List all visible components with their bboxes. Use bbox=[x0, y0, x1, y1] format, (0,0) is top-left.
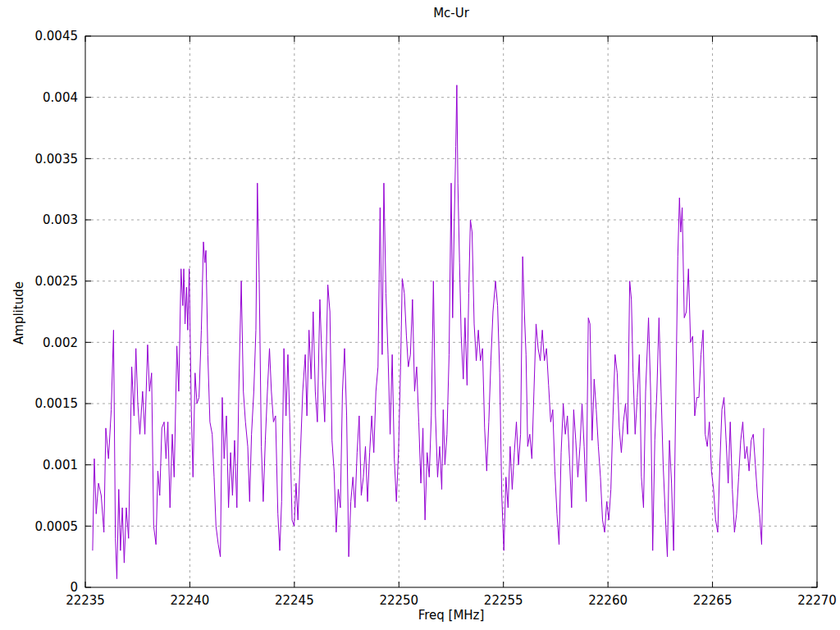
plot-border bbox=[85, 36, 817, 587]
svg-text:0.004: 0.004 bbox=[43, 90, 78, 105]
svg-text:0.0015: 0.0015 bbox=[35, 396, 79, 411]
gnuplot-window: 2223522240222452225022255222602226522270… bbox=[0, 0, 840, 630]
svg-text:22265: 22265 bbox=[693, 593, 733, 608]
svg-text:0: 0 bbox=[70, 580, 78, 595]
y-axis-label: Amplitude bbox=[11, 264, 27, 363]
svg-text:22260: 22260 bbox=[588, 593, 628, 608]
svg-text:0.0025: 0.0025 bbox=[35, 274, 79, 289]
svg-text:22270: 22270 bbox=[797, 593, 837, 608]
y-tick-labels: 00.00050.0010.00150.0020.00250.0030.0035… bbox=[35, 29, 79, 595]
svg-text:22250: 22250 bbox=[379, 593, 418, 608]
svg-text:22235: 22235 bbox=[66, 593, 105, 608]
tick-marks bbox=[85, 36, 817, 587]
spectrum-chart: 2223522240222452225022255222602226522270… bbox=[0, 0, 840, 630]
svg-text:22245: 22245 bbox=[275, 593, 314, 608]
svg-text:0.001: 0.001 bbox=[43, 458, 78, 472]
svg-text:0.0005: 0.0005 bbox=[35, 519, 79, 534]
svg-text:22255: 22255 bbox=[484, 593, 523, 608]
svg-text:0.0045: 0.0045 bbox=[35, 29, 79, 43]
svg-text:22240: 22240 bbox=[171, 593, 210, 608]
chart-title: Mc-Ur bbox=[85, 6, 817, 21]
svg-text:0.0035: 0.0035 bbox=[35, 152, 79, 167]
svg-text:0.002: 0.002 bbox=[43, 336, 78, 350]
x-axis-label: Freq [MHz] bbox=[85, 608, 817, 623]
svg-text:0.003: 0.003 bbox=[43, 212, 78, 227]
spectrum-trace bbox=[93, 85, 764, 579]
grid-lines bbox=[85, 36, 817, 587]
x-tick-labels: 2223522240222452225022255222602226522270 bbox=[66, 593, 837, 608]
